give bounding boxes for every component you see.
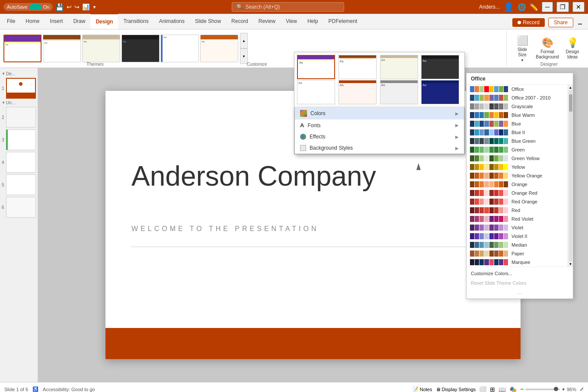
tab-review[interactable]: Review (253, 13, 281, 29)
menu-item-fonts[interactable]: A Fonts ▶ (295, 119, 464, 131)
customize-icon[interactable]: 📊 (82, 3, 89, 10)
normal-view-icon[interactable]: ⬜ (479, 386, 486, 392)
pen-icon[interactable]: ✏️ (530, 3, 538, 11)
color-item-marquee[interactable]: Marquee (467, 258, 567, 267)
themes-scroll-down[interactable]: ▼ (240, 48, 248, 64)
dropdown-icon[interactable]: ▼ (92, 5, 96, 10)
color-item-violet-ii[interactable]: Violet II (467, 232, 567, 241)
color-item-blue-ii[interactable]: Blue II (467, 128, 567, 137)
menu-item-background[interactable]: Background Styles ▶ (295, 142, 464, 154)
theme-grid-item-4[interactable]: Aa (421, 55, 459, 79)
theme-item-1[interactable]: Aa (3, 35, 42, 62)
tab-help[interactable]: Help (302, 13, 323, 29)
scroll-up-arrow[interactable]: ▲ (568, 85, 573, 90)
color-item-violet[interactable]: Violet (467, 223, 567, 232)
theme-item-2[interactable]: Aa (43, 35, 81, 62)
tab-transitions[interactable]: Transitions (118, 13, 153, 29)
color-item-orange-red[interactable]: Orange Red (467, 189, 567, 197)
tab-slideshow[interactable]: Slide Show (190, 13, 226, 29)
redo-icon[interactable]: ↪ (74, 3, 80, 10)
tab-home[interactable]: Home (20, 13, 45, 29)
color-item-red-violet[interactable]: Red Violet (467, 215, 567, 223)
themes-scroll-up[interactable]: ▲ (240, 33, 248, 48)
color-item-office[interactable]: Office (467, 85, 567, 93)
zoom-out-button[interactable]: − (520, 386, 524, 392)
collapse-ribbon-button[interactable]: 🗕 (577, 19, 583, 26)
colors-scrollbar[interactable]: ▲ ▼ (568, 85, 573, 267)
globe-icon[interactable]: 🌐 (518, 3, 526, 11)
restore-button[interactable]: ❐ (556, 2, 569, 12)
minimize-button[interactable]: ─ (542, 2, 553, 12)
color-item-grayscale[interactable]: Grayscale (467, 102, 567, 111)
design-ideas-button[interactable]: 💡 DesignIdeas (560, 33, 585, 64)
theme-item-3[interactable]: Aa (82, 35, 120, 62)
slide-sorter-icon[interactable]: ⊞ (490, 386, 495, 392)
color-item-blue-warm[interactable]: Blue Warm (467, 111, 567, 119)
theme-grid-item-5[interactable]: Aa (297, 80, 335, 104)
color-item-paper[interactable]: Paper (467, 249, 567, 258)
theme-grid-item-3[interactable]: Aa (380, 55, 418, 79)
scroll-thumb[interactable] (569, 94, 572, 112)
search-bar[interactable]: 🔍 Search (Alt+Q) (232, 2, 344, 12)
color-item-office-2007---2010[interactable]: Office 2007 - 2010 (467, 93, 567, 102)
tab-record[interactable]: Record (226, 13, 253, 29)
scroll-down-arrow[interactable]: ▼ (568, 261, 573, 267)
theme-grid-item-8[interactable]: Aa (421, 80, 459, 104)
color-item-orange[interactable]: Orange (467, 180, 567, 189)
slide-size-button[interactable]: ⬜ SlideSize ▼ (510, 33, 534, 64)
tab-animations[interactable]: Animations (154, 13, 190, 29)
color-item-yellow[interactable]: Yellow (467, 163, 567, 171)
theme-grid-item-1[interactable]: Aa (297, 55, 335, 79)
slide-num-4: 4 (2, 160, 5, 165)
color-item-green-yellow[interactable]: Green Yellow (467, 154, 567, 163)
share-button[interactable]: Share (548, 18, 573, 27)
notes-button[interactable]: 📝 Notes (412, 386, 432, 392)
color-item-red[interactable]: Red (467, 206, 567, 215)
color-item-median[interactable]: Median (467, 241, 567, 249)
tab-design[interactable]: Design (90, 13, 118, 29)
format-background-button[interactable]: 🎨 FormatBackground (535, 33, 559, 64)
slide-thumbnail-5[interactable] (6, 174, 36, 195)
theme-item-4[interactable]: Aa (121, 35, 160, 62)
theme-item-6[interactable]: Aa (200, 35, 238, 62)
close-button[interactable]: ✕ (572, 2, 585, 12)
record-dot (518, 21, 521, 24)
color-item-yellow-orange[interactable]: Yellow Orange (467, 171, 567, 180)
autosave-toggle[interactable] (29, 4, 42, 10)
record-button[interactable]: Record (512, 18, 545, 27)
fit-slide-button[interactable]: ⤢ (580, 386, 584, 392)
tab-view[interactable]: View (281, 13, 302, 29)
theme-grid-item-2[interactable]: Aa (339, 55, 377, 79)
autosave-badge[interactable]: AutoSave On (3, 3, 53, 11)
tab-file[interactable]: File (2, 13, 20, 29)
tab-draw[interactable]: Draw (68, 13, 90, 29)
theme-item-5[interactable]: Aa (161, 35, 199, 62)
zoom-slider[interactable] (525, 389, 560, 390)
profile-icon[interactable]: 👤 (503, 2, 514, 12)
customize-colors-button[interactable]: Customize Colors... (467, 269, 573, 278)
color-item-green[interactable]: Green (467, 145, 567, 154)
presenter-view-icon[interactable]: 🎭 (509, 386, 517, 392)
slide-thumbnail-1[interactable] (6, 78, 36, 99)
color-item-blue[interactable]: Blue (467, 119, 567, 128)
undo-icon[interactable]: ↩ (67, 3, 72, 10)
display-settings-button[interactable]: 🖥 Display Settings (436, 387, 476, 392)
slide-thumbnail-6[interactable] (6, 197, 36, 218)
tab-pdelement[interactable]: PDFelement (323, 13, 363, 29)
reading-view-icon[interactable]: 📖 (499, 386, 506, 392)
reset-colors-button: Reset Slide Theme Colors (467, 278, 573, 288)
color-item-blue-green[interactable]: Blue Green (467, 137, 567, 145)
slide-thumbnail-4[interactable] (6, 152, 36, 173)
theme-grid-item-6[interactable]: Aa (339, 80, 377, 104)
color-item-red-orange[interactable]: Red Orange (467, 197, 567, 206)
tab-insert[interactable]: Insert (45, 13, 68, 29)
zoom-in-button[interactable]: + (562, 386, 565, 392)
slide-thumbnail-2[interactable] (6, 107, 36, 128)
save-icon[interactable]: 💾 (55, 3, 64, 11)
menu-item-effects[interactable]: Effects ▶ (295, 131, 464, 142)
slide-thumbnail-3[interactable] (6, 129, 36, 150)
menu-item-colors[interactable]: Colors ▶ (295, 107, 464, 119)
autosave-label: AutoSave (7, 4, 28, 10)
autosave-state: On (43, 4, 50, 10)
theme-grid-item-7[interactable]: Aa (380, 80, 418, 104)
